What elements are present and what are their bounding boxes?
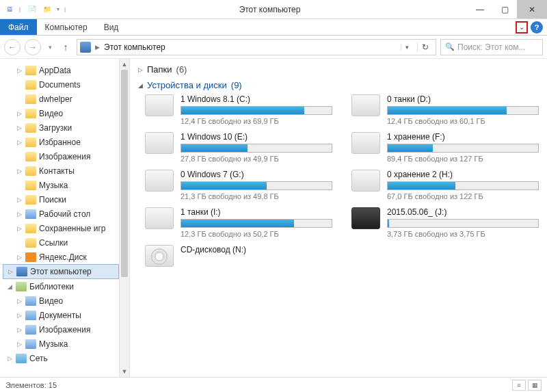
expand-icon[interactable]: ◢ (7, 283, 13, 290)
drive-icon (351, 132, 380, 154)
expand-icon[interactable]: ▷ (7, 355, 13, 362)
scroll-thumb[interactable] (121, 70, 128, 277)
tree-item[interactable]: ▷Рабочий стол (3, 207, 119, 221)
tree-item-label: Музыка (39, 339, 68, 349)
tree-item-label: Яндекс.Диск (39, 252, 87, 262)
tree-item[interactable]: ▷Яндекс.Диск (3, 250, 119, 264)
search-input[interactable]: 🔍 Поиск: Этот ком... (440, 39, 543, 55)
usage-bar (181, 219, 332, 228)
properties-icon[interactable]: 📄 (27, 4, 38, 15)
drive-icon (145, 132, 174, 154)
tree-item[interactable]: ▷Контакты (3, 164, 119, 178)
expand-icon[interactable]: ▷ (8, 268, 14, 275)
drive-item[interactable]: 1 танки (I:)12,3 ГБ свободно из 50,2 ГБ (145, 207, 332, 238)
drive-item[interactable]: 0 хранение 2 (H:)67,0 ГБ свободно из 122… (351, 170, 539, 200)
drive-item[interactable]: 0 Windows 7 (G:)21,3 ГБ свободно из 49,8… (145, 170, 332, 200)
expand-icon[interactable]: ◢ (138, 82, 143, 89)
group-count: (6) (176, 64, 187, 75)
refresh-icon[interactable]: ↻ (417, 42, 433, 52)
tab-computer[interactable]: Компьютер (37, 19, 96, 35)
up-button[interactable]: ↑ (59, 40, 72, 54)
expand-icon[interactable]: ▷ (16, 67, 23, 74)
tree-item[interactable]: Documents (3, 77, 119, 92)
group-header-devices[interactable]: ◢ Устройства и диски (9) (138, 80, 539, 90)
tree-item[interactable]: ▷Загрузки (3, 120, 119, 135)
qat-dropdown-icon[interactable]: ▾ (57, 6, 60, 12)
drive-item[interactable]: 0 танки (D:)12,4 ГБ свободно из 60,1 ГБ (351, 94, 539, 125)
scroll-up-icon[interactable]: ▲ (120, 59, 129, 70)
forward-button[interactable]: → (25, 39, 41, 55)
tree-item[interactable]: ▷Видео (3, 106, 119, 120)
expand-icon[interactable]: ▷ (16, 326, 23, 333)
drive-info: 1 хранение (F:)89,4 ГБ свободно из 127 Г… (387, 132, 539, 163)
tree-item[interactable]: dwhelper (3, 92, 119, 106)
tree-item-label: Изображения (39, 152, 90, 161)
folder-icon (25, 195, 36, 205)
view-tiles-icon[interactable]: ▦ (528, 380, 542, 391)
expand-icon[interactable]: ▷ (16, 168, 23, 174)
drive-icon (145, 170, 174, 192)
pc-icon (80, 42, 91, 53)
tab-file[interactable]: Файл (0, 19, 37, 35)
expand-icon[interactable]: ▷ (16, 211, 23, 218)
tree-item[interactable]: Музыка (3, 178, 119, 192)
tab-view[interactable]: Вид (96, 19, 127, 35)
ribbon-expand-icon[interactable]: ⌄ (516, 21, 528, 34)
tree-item[interactable]: Изображения (3, 149, 119, 164)
tree-item[interactable]: Ссылки (3, 235, 119, 250)
drive-item[interactable]: CD-дисковод (N:) (145, 245, 332, 267)
scroll-down-icon[interactable]: ▼ (120, 366, 129, 377)
usage-bar (181, 181, 332, 190)
tree-item[interactable]: ▷Документы (3, 308, 119, 322)
address-bar[interactable]: ▶ Этот компьютер ▾ ↻ (77, 39, 436, 55)
tree-item-label: Музыка (39, 181, 68, 190)
tree-item[interactable]: ▷Изображения (3, 322, 119, 337)
back-button[interactable]: ← (4, 39, 21, 55)
expand-icon[interactable]: ▷ (16, 139, 23, 146)
drive-info: 0 хранение 2 (H:)67,0 ГБ свободно из 122… (387, 170, 539, 200)
scroll-track[interactable] (120, 70, 129, 366)
new-folder-icon[interactable]: 📁 (42, 4, 53, 15)
tree-item[interactable]: ◢Библиотеки (3, 279, 119, 293)
expand-icon[interactable]: ▷ (16, 254, 23, 261)
tree-item[interactable]: ▷Сохраненные игр (3, 221, 119, 235)
tree-item[interactable]: ▷Избранное (3, 135, 119, 149)
maximize-button[interactable]: ▢ (492, 0, 517, 18)
collapse-icon[interactable]: ▷ (138, 66, 143, 73)
usage-bar (387, 181, 539, 190)
close-button[interactable]: ✕ (517, 0, 547, 18)
tree-item[interactable]: ▷Видео (3, 293, 119, 308)
group-count: (9) (231, 80, 242, 90)
drive-info: CD-дисковод (N:) (181, 245, 332, 257)
expand-icon[interactable]: ▷ (16, 298, 23, 304)
folder-icon (25, 296, 36, 306)
tree-scrollbar[interactable]: ▲ ▼ (119, 59, 129, 377)
drive-item[interactable]: 1 Windows 10 (E:)27,8 ГБ свободно из 49,… (145, 132, 332, 163)
status-bar: Элементов: 15 ≡ ▦ (0, 377, 547, 392)
folder-icon (25, 339, 36, 349)
tree-item[interactable]: ▷AppData (3, 63, 119, 77)
expand-icon[interactable]: ▷ (16, 125, 23, 131)
expand-icon[interactable]: ▷ (16, 225, 23, 232)
drive-item[interactable]: 1 хранение (F:)89,4 ГБ свободно из 127 Г… (351, 132, 539, 163)
tree-item[interactable]: ▷Этот компьютер (3, 264, 119, 279)
breadcrumb[interactable]: Этот компьютер (104, 42, 165, 52)
minimize-button[interactable]: — (468, 0, 492, 18)
view-details-icon[interactable]: ≡ (512, 380, 526, 391)
expand-icon[interactable]: ▷ (16, 341, 23, 348)
navigation-tree[interactable]: ▷AppDataDocumentsdwhelper▷Видео▷Загрузки… (0, 59, 119, 377)
drive-item[interactable]: 1 Windows 8.1 (C:)12,4 ГБ свободно из 69… (145, 94, 332, 125)
tree-item[interactable]: ▷Музыка (3, 337, 119, 351)
help-icon[interactable]: ? (531, 21, 543, 34)
group-header-folders[interactable]: ▷ Папки (6) (138, 64, 539, 75)
address-dropdown-icon[interactable]: ▾ (401, 44, 413, 51)
tree-item-label: Ссылки (39, 238, 68, 248)
expand-icon[interactable]: ▷ (16, 312, 23, 319)
drive-item[interactable]: 2015.05.06_ (J:)3,73 ГБ свободно из 3,75… (351, 207, 539, 238)
expand-icon[interactable]: ▷ (16, 110, 23, 117)
tree-item[interactable]: ▷Сеть (3, 351, 119, 365)
history-dropdown-icon[interactable]: ▾ (45, 39, 55, 55)
chevron-right-icon[interactable]: ▶ (95, 44, 100, 51)
expand-icon[interactable]: ▷ (16, 196, 23, 203)
tree-item[interactable]: ▷Поиски (3, 192, 119, 207)
